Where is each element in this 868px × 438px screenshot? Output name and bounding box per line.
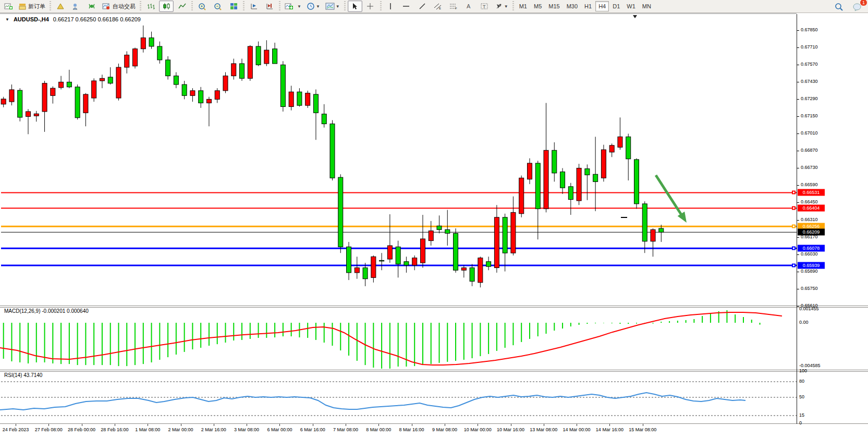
candle-body (133, 49, 138, 66)
zoom-out-icon[interactable] (211, 1, 225, 12)
price-line-anchor[interactable] (792, 206, 796, 210)
price-tick-mark (797, 185, 799, 186)
chart-end-icon[interactable] (262, 1, 277, 12)
candle-body (231, 64, 236, 76)
time-tick-label: 6 Mar 16:00 (300, 427, 325, 432)
panel-separator[interactable] (0, 370, 868, 370)
text-label-icon[interactable]: T (478, 1, 492, 12)
crosshair-icon[interactable] (363, 1, 378, 12)
candle-body (322, 114, 326, 124)
time-tick-label: 24 Feb 2023 (3, 427, 29, 432)
chart-forward-icon[interactable] (247, 1, 261, 12)
timeframe-button-h1[interactable]: H1 (581, 1, 595, 11)
price-tick-label: 0.67010 (801, 130, 818, 136)
candle-body (347, 247, 351, 273)
candle-body (454, 233, 458, 270)
candle-body (116, 67, 121, 98)
price-line-anchor[interactable] (792, 191, 796, 194)
panel-separator[interactable] (0, 306, 868, 306)
timeframe-button-m30[interactable]: M30 (564, 1, 581, 11)
candle-body (199, 91, 203, 103)
price-tick-label: 0.67850 (801, 27, 818, 32)
price-tick-mark (797, 237, 799, 238)
candle-body (535, 163, 540, 209)
timeframe-button-h4[interactable]: H4 (595, 1, 609, 11)
candle-body (51, 88, 55, 95)
chart-window: ▼ AUDUSD-,H4 0.66217 0.66250 0.66186 0.6… (0, 13, 868, 438)
price-tick-label: 0.65890 (801, 269, 818, 274)
time-tick-mark (48, 424, 49, 426)
candle-body (75, 87, 80, 118)
candle-body (461, 267, 466, 270)
price-line-anchor[interactable] (792, 264, 796, 267)
time-tick-mark (16, 424, 16, 426)
candle-body (420, 239, 425, 263)
chat-icon[interactable]: 1 (850, 1, 865, 13)
time-tick-label: 10 Mar 00:00 (464, 427, 492, 432)
text-icon[interactable]: A (462, 1, 476, 12)
mt4-terminal: 新订单 自动交易 (0, 0, 868, 438)
chart-ohlc-values: 0.66217 0.66250 0.66186 0.66209 (53, 16, 141, 22)
price-tick-label: 0.66310 (801, 217, 818, 222)
candle-body (34, 114, 39, 116)
search-icon[interactable] (832, 1, 846, 13)
time-axis[interactable]: 24 Feb 202327 Feb 08:0028 Feb 00:0028 Fe… (0, 424, 868, 434)
templates-icon[interactable]: ▼ (323, 1, 342, 12)
bar-chart-icon[interactable] (143, 1, 158, 12)
signals-icon[interactable] (84, 1, 99, 12)
tile-windows-icon[interactable] (226, 1, 241, 12)
panel-separator (0, 371, 868, 372)
price-line-anchor[interactable] (792, 247, 796, 250)
new-chart-icon[interactable] (1, 1, 16, 12)
indicators-icon[interactable]: ▼ (283, 1, 303, 12)
timeframe-button-w1[interactable]: W1 (624, 1, 639, 11)
toolbar-right: 1 (832, 1, 865, 13)
candle-body (100, 78, 104, 81)
market-watch-icon[interactable] (53, 1, 68, 12)
candle-body (256, 46, 261, 65)
trend-arrow-annotation[interactable] (656, 175, 683, 218)
arrows-icon[interactable]: ▼ (493, 1, 510, 12)
chart-plot[interactable] (0, 13, 868, 438)
price-line-anchor[interactable] (792, 225, 796, 228)
timeframe-button-m5[interactable]: M5 (531, 1, 545, 11)
timeframe-button-mn[interactable]: MN (639, 1, 654, 11)
trendline-icon[interactable] (415, 1, 430, 12)
window-bottom-edge (0, 435, 868, 438)
candle-body (92, 81, 96, 98)
time-tick-mark (214, 424, 214, 426)
time-tick-label: 1 Mar 08:00 (135, 427, 160, 432)
timeframe-button-d1[interactable]: D1 (609, 1, 623, 11)
equidistant-channel-icon[interactable]: E (431, 1, 445, 12)
time-tick-mark (181, 424, 181, 426)
line-chart-icon[interactable] (175, 1, 189, 12)
candlestick-chart-icon[interactable] (159, 1, 174, 12)
time-tick-label: 8 Mar 16:00 (399, 427, 424, 432)
svg-text:F: F (455, 7, 457, 10)
candle-body (593, 174, 598, 181)
zoom-in-icon[interactable] (195, 1, 210, 12)
svg-text:A: A (467, 3, 471, 9)
chart-shift-marker[interactable] (633, 15, 637, 18)
cursor-icon[interactable] (348, 1, 362, 12)
candle-body (190, 91, 195, 95)
new-order-button[interactable]: 新订单 (17, 1, 47, 12)
time-tick-label: 7 Mar 08:00 (333, 427, 358, 432)
horizontal-line-icon[interactable] (399, 1, 414, 12)
chart-header: ▼ AUDUSD-,H4 0.66217 0.66250 0.66186 0.6… (5, 16, 141, 22)
candle-body (412, 258, 417, 265)
timeframe-button-m1[interactable]: M1 (516, 1, 530, 11)
svg-text:T: T (483, 4, 486, 9)
time-tick-mark (82, 424, 82, 426)
price-tick-mark (797, 254, 799, 255)
chevron-down-icon[interactable]: ▼ (5, 17, 9, 22)
timeframe-button-m15[interactable]: M15 (545, 1, 563, 11)
period-icon[interactable]: ▼ (304, 1, 322, 12)
candle-body (223, 76, 228, 91)
candle-body (363, 267, 368, 278)
time-tick-label: 2 Mar 00:00 (168, 427, 193, 432)
auto-trading-button[interactable]: 自动交易 (100, 1, 138, 12)
data-window-icon[interactable] (69, 1, 83, 12)
fibonacci-icon[interactable]: F (446, 1, 461, 12)
vertical-line-icon[interactable] (384, 1, 398, 12)
